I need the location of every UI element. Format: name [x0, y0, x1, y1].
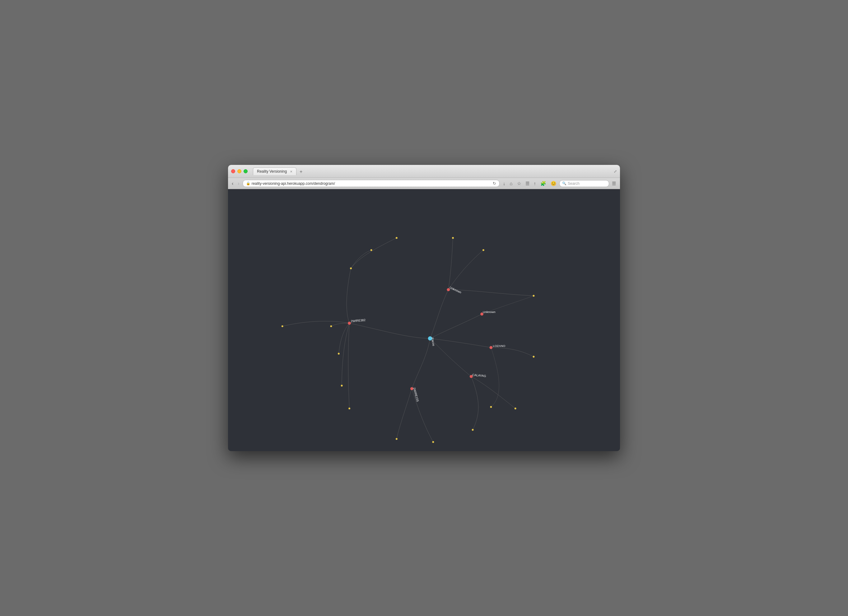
svg-point-13: [490, 406, 492, 408]
emoji-button[interactable]: 😊: [549, 180, 558, 187]
svg-point-12: [432, 441, 434, 443]
svg-point-11: [396, 438, 397, 440]
new-tab-button[interactable]: +: [298, 168, 304, 175]
tab-close-icon[interactable]: ✕: [290, 170, 292, 173]
active-tab[interactable]: Reality Versioning ✕: [253, 168, 297, 175]
svg-point-1: [396, 237, 397, 239]
browser-content: 2WIRE382 Unknown Unknown LOZANO CALAYAG …: [228, 189, 620, 451]
forward-button[interactable]: ›: [236, 180, 240, 187]
svg-rect-0: [242, 189, 607, 451]
search-icon: 🔍: [562, 181, 566, 186]
svg-point-3: [371, 249, 372, 251]
secure-icon: 🔒: [246, 181, 251, 186]
svg-point-7: [330, 325, 332, 327]
svg-point-4: [482, 249, 484, 251]
title-bar: Reality Versioning ✕ + ⤢: [228, 165, 620, 178]
node-label-lozano: LOZANO: [493, 344, 506, 347]
back-button[interactable]: ‹: [231, 180, 234, 187]
svg-point-8: [338, 353, 340, 355]
reload-button[interactable]: ↻: [493, 181, 496, 186]
share-button[interactable]: ↑: [532, 180, 538, 187]
search-input-wrap[interactable]: 🔍 Search: [559, 180, 609, 187]
minimize-button[interactable]: [237, 169, 242, 173]
tab-bar: Reality Versioning ✕ +: [253, 168, 614, 175]
tab-label: Reality Versioning: [257, 169, 287, 174]
node-label-unknown2: Unknown: [483, 310, 495, 313]
window-expand-icon: ⤢: [614, 169, 617, 174]
dendrogram-visualization: 2WIRE382 Unknown Unknown LOZANO CALAYAG …: [228, 189, 620, 451]
address-bar-input[interactable]: 🔒 reality-versioning-api.herokuapp.com/d…: [243, 180, 500, 187]
url-text: reality-versioning-api.herokuapp.com/den…: [252, 181, 490, 186]
reading-list-button[interactable]: ☰: [524, 180, 531, 187]
extensions-button[interactable]: 🧩: [539, 180, 548, 187]
address-bar: ‹ › 🔒 reality-versioning-api.herokuapp.c…: [228, 178, 620, 189]
window-controls: [231, 169, 248, 173]
close-button[interactable]: [231, 169, 235, 173]
bookmark-button[interactable]: ☆: [516, 180, 523, 187]
svg-point-21: [490, 346, 493, 349]
svg-point-14: [514, 408, 516, 410]
svg-point-15: [533, 356, 535, 358]
maximize-button[interactable]: [243, 169, 248, 173]
home-button[interactable]: ⌂: [508, 180, 514, 187]
svg-point-2: [452, 237, 454, 239]
download-button[interactable]: ↓: [501, 180, 507, 187]
svg-point-6: [282, 325, 283, 327]
svg-point-10: [348, 408, 350, 410]
svg-point-5: [350, 267, 352, 269]
toolbar-right: ↓ ⌂ ☆ ☰ ↑ 🧩 😊 🔍 Search ☰: [501, 180, 617, 187]
browser-window: Reality Versioning ✕ + ⤢ ‹ › 🔒 reality-v…: [228, 165, 620, 451]
svg-point-16: [533, 295, 535, 297]
svg-point-18: [348, 322, 351, 325]
svg-point-17: [472, 429, 474, 431]
search-placeholder: Search: [568, 181, 580, 186]
svg-point-9: [341, 385, 343, 387]
menu-button[interactable]: ☰: [610, 180, 617, 187]
